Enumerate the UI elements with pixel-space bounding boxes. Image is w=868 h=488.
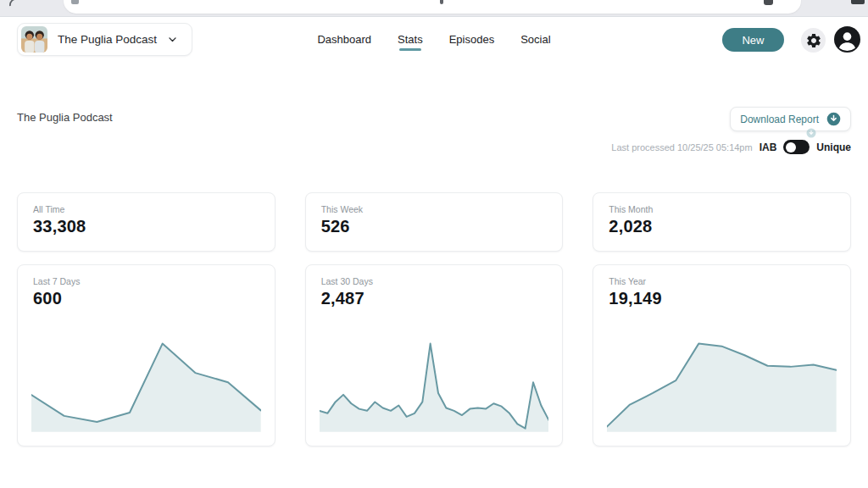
account-menu-button[interactable] [834,26,860,53]
tab-social[interactable]: Social [520,33,550,46]
browser-menu-icon[interactable] [851,0,865,4]
stat-label: This Month [609,204,835,214]
download-ghost-icon [806,128,816,138]
stat-card-this-year: This Year 19,149 [593,264,851,446]
processed-row: Last processed 10/25/25 05:14pm IAB Uniq… [611,140,851,154]
stat-card-last-30-days: Last 30 Days 2,487 [305,264,564,446]
avatar-icon [834,26,860,53]
stat-value: 2,487 [321,289,548,308]
tab-episodes[interactable]: Episodes [449,33,494,46]
stat-value: 2,028 [609,217,835,236]
settings-button[interactable] [801,28,826,53]
stat-card-this-month: This Month 2,028 [593,192,851,252]
download-report-label: Download Report [740,114,819,125]
stat-card-all-time: All Time 33,308 [17,192,275,252]
browser-chrome [0,0,868,17]
omnibox[interactable] [64,0,801,14]
iab-unique-toggle[interactable] [783,140,810,154]
toggle-label-iab[interactable]: IAB [760,141,777,153]
stat-value: 33,308 [33,217,259,236]
reload-icon[interactable] [8,0,19,7]
last-processed-text: Last processed 10/25/25 05:14pm [611,142,752,152]
stat-label: Last 7 Days [33,276,259,286]
downloads-sparkline-year [607,339,837,434]
url-text-fragment [440,0,443,4]
downloads-sparkline-7d [31,339,261,434]
stat-label: Last 30 Days [321,276,548,286]
stat-label: All Time [33,204,259,214]
bookmark-icon[interactable] [764,0,773,5]
stat-card-this-week: This Week 526 [305,192,564,252]
downloads-sparkline-30d [320,339,549,434]
app-window: The Puglia Podcast Dashboard Stats Episo… [0,0,868,488]
page-title: The Puglia Podcast [17,111,113,124]
stat-value: 19,149 [609,289,835,308]
stat-label: This Week [321,204,548,214]
download-report-button[interactable]: Download Report [730,107,851,131]
tab-stats[interactable]: Stats [398,33,423,46]
download-icon [826,112,841,126]
stat-card-last-7-days: Last 7 Days 600 [17,264,275,446]
stat-label: This Year [609,276,835,286]
stat-value: 600 [33,289,259,308]
stats-grid: All Time 33,308 This Week 526 This Month… [17,192,851,446]
gear-icon [805,32,822,49]
site-icon [71,0,79,4]
toggle-knob [786,142,796,152]
new-episode-button[interactable]: New [722,28,784,52]
toggle-label-unique[interactable]: Unique [816,141,851,153]
tab-dashboard[interactable]: Dashboard [317,33,371,46]
stat-value: 526 [321,217,548,236]
